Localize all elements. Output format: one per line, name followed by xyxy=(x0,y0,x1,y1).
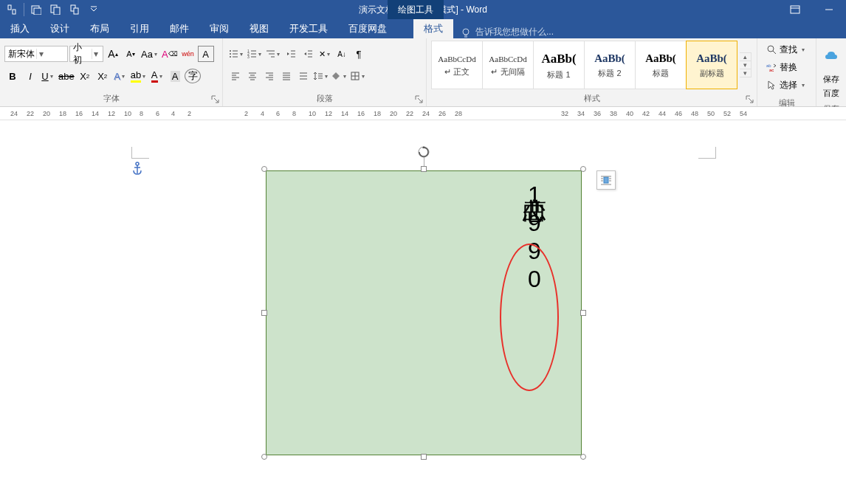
align-center-button[interactable] xyxy=(244,68,261,84)
ribbon-display-options[interactable] xyxy=(778,0,812,19)
qat-customize-dropdown[interactable] xyxy=(85,1,103,18)
strikethrough-button[interactable]: abe xyxy=(58,68,75,84)
tell-me-search[interactable]: 告诉我您想做什么... xyxy=(461,26,554,38)
font-name-combo[interactable]: 新宋体▾ xyxy=(4,46,68,62)
tab-developer[interactable]: 开发工具 xyxy=(279,19,338,38)
justify-button[interactable] xyxy=(278,68,295,84)
highlight-button[interactable]: ab▾ xyxy=(130,68,148,84)
character-shading-button[interactable]: A xyxy=(167,68,183,84)
touch-mode-button[interactable] xyxy=(3,1,21,18)
tab-view[interactable]: 视图 xyxy=(239,19,279,38)
underline-button[interactable]: U▾ xyxy=(40,68,56,84)
font-size-combo[interactable]: 小初▾ xyxy=(69,46,103,62)
text-direction-button[interactable]: ✕▾ xyxy=(317,46,333,62)
tab-insert[interactable]: 插入 xyxy=(0,19,40,38)
resize-handle-n[interactable] xyxy=(421,166,427,172)
text-effects-button[interactable]: A▾ xyxy=(112,68,128,84)
paragraph-dialog-launcher[interactable] xyxy=(414,94,424,104)
change-case-button[interactable]: Aa▾ xyxy=(140,46,159,62)
tab-references[interactable]: 引用 xyxy=(120,19,159,38)
selected-shape[interactable]: 恋曲1990 xyxy=(261,166,586,460)
bullets-button[interactable]: ▾ xyxy=(227,46,245,62)
resize-handle-e[interactable] xyxy=(580,310,586,316)
clear-formatting-button[interactable]: A⌫ xyxy=(161,46,179,62)
qat-button-3[interactable] xyxy=(66,1,83,18)
enclose-characters-button[interactable]: 字 xyxy=(185,69,201,83)
qat-button-2[interactable] xyxy=(47,1,64,18)
line-spacing-button[interactable]: ▾ xyxy=(312,68,330,84)
resize-handle-sw[interactable] xyxy=(261,454,267,460)
ruler-tick: 28 xyxy=(455,110,462,117)
style-card[interactable]: AaBb(副标题 xyxy=(686,41,737,89)
style-card[interactable]: AaBbCcDd↵ 无间隔 xyxy=(482,41,534,89)
horizontal-ruler[interactable]: 2422201816141210864224681012141618202224… xyxy=(0,107,846,120)
ribbon-tabs: 插入 设计 布局 引用 邮件 审阅 视图 开发工具 百度网盘 格式 告诉我您想做… xyxy=(0,19,846,38)
style-card[interactable]: AaBbCcDd↵ 正文 xyxy=(431,41,483,89)
tab-layout[interactable]: 布局 xyxy=(80,19,120,38)
ruler-tick: 32 xyxy=(561,110,568,117)
distributed-button[interactable] xyxy=(295,68,312,84)
subscript-button[interactable]: X2 xyxy=(77,68,93,84)
rotate-handle[interactable] xyxy=(417,145,430,159)
resize-handle-w[interactable] xyxy=(261,310,267,316)
superscript-button[interactable]: X2 xyxy=(94,68,111,84)
svg-rect-3 xyxy=(34,8,41,15)
italic-button[interactable]: I xyxy=(22,68,38,84)
resize-handle-nw[interactable] xyxy=(261,166,267,172)
styles-group-label: 样式 xyxy=(427,92,757,106)
grow-font-button[interactable]: A▴ xyxy=(105,46,121,62)
cloud-icon xyxy=(824,49,839,63)
shape-text[interactable]: 恋曲1990 xyxy=(521,179,547,294)
increase-indent-button[interactable] xyxy=(300,46,316,62)
phonetic-guide-button[interactable]: wén xyxy=(180,46,196,62)
align-right-button[interactable] xyxy=(261,68,278,84)
minimize-button[interactable] xyxy=(812,0,846,19)
resize-handle-ne[interactable] xyxy=(580,166,586,172)
shrink-font-button[interactable]: A▾ xyxy=(123,46,139,62)
ruler-tick: 50 xyxy=(707,110,715,117)
decrease-indent-button[interactable] xyxy=(283,46,299,62)
ruler-tick: 24 xyxy=(10,110,18,117)
search-icon xyxy=(766,44,777,55)
gallery-scroll-up[interactable]: ▴ xyxy=(740,53,751,61)
shape-rectangle[interactable]: 恋曲1990 xyxy=(266,170,582,455)
tab-review[interactable]: 审阅 xyxy=(199,19,239,38)
tab-baidu[interactable]: 百度网盘 xyxy=(338,19,397,38)
tab-mailings[interactable]: 邮件 xyxy=(159,19,199,38)
styles-gallery[interactable]: AaBbCcDd↵ 正文AaBbCcDd↵ 无间隔AaBb(标题 1AaBb(标… xyxy=(431,41,737,89)
ruler-tick: 4 xyxy=(261,110,264,117)
document-canvas[interactable]: 恋曲1990 xyxy=(0,120,846,504)
font-color-button[interactable]: A▾ xyxy=(149,68,165,84)
save-to-baidu-button[interactable] xyxy=(823,41,839,71)
bold-button[interactable]: B xyxy=(4,68,21,84)
align-left-button[interactable] xyxy=(227,68,244,84)
resize-handle-se[interactable] xyxy=(580,454,586,460)
style-card[interactable]: AaBb(标题 1 xyxy=(533,41,585,89)
gallery-expand[interactable]: ▾ xyxy=(740,69,751,77)
styles-group: AaBbCcDd↵ 正文AaBbCcDd↵ 无间隔AaBb(标题 1AaBb(标… xyxy=(427,38,757,106)
styles-dialog-launcher[interactable] xyxy=(745,94,754,104)
gallery-scroll-down[interactable]: ▾ xyxy=(740,61,751,69)
svg-rect-1 xyxy=(13,10,16,14)
svg-point-19 xyxy=(230,56,231,58)
show-marks-button[interactable]: ¶ xyxy=(351,46,367,62)
layout-options-button[interactable] xyxy=(596,170,616,190)
find-button[interactable]: 查找▾ xyxy=(763,41,809,58)
style-card[interactable]: AaBb(标题 2 xyxy=(584,41,636,89)
resize-handle-s[interactable] xyxy=(421,454,427,460)
borders-button[interactable]: ▾ xyxy=(349,68,367,84)
numbering-button[interactable]: 123▾ xyxy=(246,46,264,62)
font-dialog-launcher[interactable] xyxy=(210,94,220,104)
sort-button[interactable]: A↓ xyxy=(334,46,350,62)
tab-format[interactable]: 格式 xyxy=(413,19,453,38)
shading-button[interactable]: ▾ xyxy=(331,68,348,84)
select-button[interactable]: 选择▾ xyxy=(763,77,809,93)
ruler-tick: 26 xyxy=(439,110,446,117)
character-border-button[interactable]: A xyxy=(198,46,214,62)
replace-button[interactable]: abac 替换 xyxy=(763,59,800,75)
style-card[interactable]: AaBb(标题 xyxy=(635,41,687,89)
multilevel-list-button[interactable]: ▾ xyxy=(264,46,282,62)
lightbulb-icon xyxy=(461,27,471,38)
qat-button-1[interactable] xyxy=(27,1,45,18)
tab-design[interactable]: 设计 xyxy=(40,19,80,38)
